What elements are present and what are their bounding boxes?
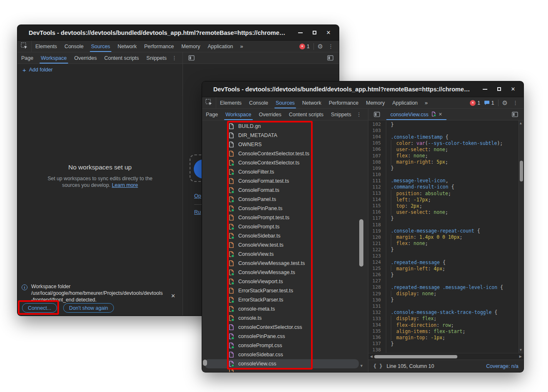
dont-show-again-button[interactable]: Don't show again xyxy=(63,303,114,313)
line-number[interactable]: 132 xyxy=(368,310,386,315)
line-number[interactable]: 131 xyxy=(368,304,386,309)
scroll-right-arrow-icon[interactable]: ▶ xyxy=(519,355,522,358)
line-number[interactable]: 126 xyxy=(368,272,386,277)
line-number[interactable]: 111 xyxy=(368,178,386,184)
line-number[interactable]: 135 xyxy=(368,328,386,334)
line-number[interactable]: 123 xyxy=(368,253,386,259)
file-row-ConsoleContextSelector.ts[interactable]: ConsoleContextSelector.ts xyxy=(202,158,368,167)
line-number[interactable]: 110 xyxy=(368,172,386,177)
maximize-button[interactable] xyxy=(311,30,317,36)
settings-gear-icon[interactable]: ⚙ xyxy=(318,43,323,49)
subtab-page[interactable]: Page xyxy=(17,52,37,64)
subtab-content-scripts[interactable]: Content scripts xyxy=(101,52,143,64)
file-row-consolePrompt.css[interactable]: consolePrompt.css xyxy=(202,341,368,350)
line-number[interactable]: 128 xyxy=(368,284,386,290)
file-row-ErrorStackParser.test.ts[interactable]: ErrorStackParser.test.ts xyxy=(202,286,368,295)
line-number[interactable]: 120 xyxy=(368,235,386,240)
editor-horizontal-scrollbar-thumb[interactable] xyxy=(374,355,457,358)
tab-application[interactable]: Application xyxy=(204,41,237,52)
line-number[interactable]: 138 xyxy=(368,347,386,353)
subtab-overrides[interactable]: Overrides xyxy=(71,52,101,64)
line-number[interactable]: 105 xyxy=(368,140,386,146)
file-row-BUILD.gn[interactable]: BUILD.gn xyxy=(202,122,368,131)
file-row-ConsoleSidebar.ts[interactable]: ConsoleSidebar.ts xyxy=(202,231,368,240)
file-row-ConsoleViewMessage.test.ts[interactable]: ConsoleViewMessage.test.ts xyxy=(202,259,368,268)
tab-performance[interactable]: Performance xyxy=(141,41,178,52)
file-row-DIR_METADATA[interactable]: DIR_METADATA xyxy=(202,131,368,140)
open-file-link[interactable]: Op xyxy=(194,193,201,199)
navigator-vertical-scrollbar-thumb[interactable] xyxy=(359,219,363,267)
file-row-ConsolePinPane.ts[interactable]: ConsolePinPane.ts xyxy=(202,204,368,213)
file-row-ConsolePanel.ts[interactable]: ConsolePanel.ts xyxy=(202,195,368,204)
line-number[interactable]: 113 xyxy=(368,191,386,196)
file-row-ConsoleFormat.test.ts[interactable]: ConsoleFormat.test.ts xyxy=(202,176,368,186)
close-tab-icon[interactable]: ✕ xyxy=(439,112,442,117)
line-number[interactable]: 129 xyxy=(368,291,386,296)
editor-vertical-scrollbar-thumb[interactable] xyxy=(520,161,523,181)
tab-network[interactable]: Network xyxy=(114,41,141,52)
file-row-ConsoleFormat.ts[interactable]: ConsoleFormat.ts xyxy=(202,186,368,195)
file-row-consoleSidebar.css[interactable]: consoleSidebar.css xyxy=(202,350,368,359)
line-number[interactable]: 125 xyxy=(368,266,386,271)
tab-application[interactable]: Application xyxy=(388,97,421,108)
line-number[interactable]: 114 xyxy=(368,197,386,202)
line-number[interactable]: 103 xyxy=(368,128,386,133)
scroll-down-arrow-icon[interactable]: ▼ xyxy=(520,348,522,352)
tab-sources[interactable]: Sources xyxy=(272,97,299,108)
issue-count[interactable]: 1 xyxy=(491,100,494,106)
tab-elements[interactable]: Elements xyxy=(32,41,61,52)
line-number[interactable]: 108 xyxy=(368,159,386,165)
line-number[interactable]: 119 xyxy=(368,228,386,234)
learn-more-link[interactable]: Learn more xyxy=(112,182,138,188)
line-number[interactable]: 134 xyxy=(368,322,386,328)
coverage-link[interactable]: Coverage: n/a xyxy=(486,363,518,369)
more-panels-button[interactable]: » xyxy=(237,43,247,49)
maximize-button[interactable] xyxy=(496,86,502,92)
subtab-workspace[interactable]: Workspace xyxy=(37,52,70,64)
kebab-menu-icon[interactable]: ⋮ xyxy=(327,44,335,49)
subtab-snippets[interactable]: Snippets xyxy=(143,52,170,64)
infobar-close-icon[interactable]: ✕ xyxy=(171,293,175,299)
file-row-ConsoleViewMessage.ts[interactable]: ConsoleViewMessage.ts xyxy=(202,268,368,277)
inspect-icon[interactable] xyxy=(202,97,216,108)
subtab-snippets[interactable]: Snippets xyxy=(327,109,355,120)
subtab-page[interactable]: Page xyxy=(202,109,222,120)
hide-navigator-icon[interactable] xyxy=(186,55,197,61)
show-right-panel-icon[interactable] xyxy=(325,55,336,61)
tab-memory[interactable]: Memory xyxy=(178,41,204,52)
file-row-consolePinPane.css[interactable]: consolePinPane.css xyxy=(202,332,368,341)
tab-sources[interactable]: Sources xyxy=(87,41,114,52)
line-number[interactable]: 102 xyxy=(368,122,386,127)
scroll-up-arrow-icon[interactable]: ▲ xyxy=(520,122,522,125)
navigator-horizontal-scrollbar-thumb[interactable] xyxy=(203,360,207,366)
line-number[interactable]: 115 xyxy=(368,203,386,208)
code-editor[interactable]: 102}103104.console-timestamp {105color: … xyxy=(368,120,523,353)
more-panels-button[interactable]: » xyxy=(422,100,431,106)
line-number[interactable]: 107 xyxy=(368,153,386,159)
titlebar[interactable]: DevTools - devtools://devtools/bundled/d… xyxy=(202,81,523,97)
hide-navigator-icon[interactable] xyxy=(372,112,382,117)
subtab-content-scripts[interactable]: Content scripts xyxy=(285,109,327,120)
line-number[interactable]: 130 xyxy=(368,297,386,303)
file-row-consoleContextSelector.css[interactable]: consoleContextSelector.css xyxy=(202,323,368,332)
line-number[interactable]: 137 xyxy=(368,341,386,346)
tab-performance[interactable]: Performance xyxy=(325,97,363,108)
file-row-consoleView.css[interactable]: consoleView.css xyxy=(202,359,368,368)
file-row-ConsolePrompt.test.ts[interactable]: ConsolePrompt.test.ts xyxy=(202,213,368,222)
error-count[interactable]: 1 xyxy=(477,100,480,106)
minimize-button[interactable] xyxy=(482,86,488,92)
issues-icon[interactable] xyxy=(484,100,490,105)
line-number[interactable]: 106 xyxy=(368,147,386,152)
tab-elements[interactable]: Elements xyxy=(216,97,245,108)
line-number[interactable]: 136 xyxy=(368,335,386,340)
editor-horizontal-scrollbar[interactable]: ◀ ▶ xyxy=(368,353,523,360)
sources-kebab-icon[interactable]: ⋮ xyxy=(170,55,178,61)
editor-vertical-scrollbar[interactable]: ▲ ▼ xyxy=(518,120,523,353)
show-right-panel-icon[interactable] xyxy=(510,112,520,117)
subtab-overrides[interactable]: Overrides xyxy=(255,109,285,120)
tab-console[interactable]: Console xyxy=(245,97,272,108)
subtab-workspace[interactable]: Workspace xyxy=(222,109,255,120)
run-command-link[interactable]: Ru xyxy=(194,209,201,215)
line-number[interactable]: 127 xyxy=(368,278,386,284)
close-button[interactable]: ✕ xyxy=(510,86,516,92)
